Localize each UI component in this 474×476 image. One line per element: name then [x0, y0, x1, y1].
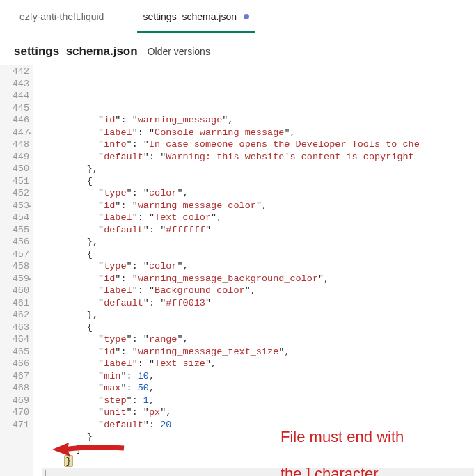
- tab-settings-schema[interactable]: settings_schema.json: [123, 0, 269, 33]
- line-number: 453: [3, 200, 29, 212]
- code-editor[interactable]: 4424434444454464474484494504514524534544…: [0, 65, 474, 476]
- code-line[interactable]: "default": "Warning: this website's cont…: [42, 151, 474, 164]
- line-number: 459: [3, 273, 29, 285]
- tab-bar: ezfy-anti-theft.liquid settings_schema.j…: [0, 0, 474, 33]
- line-number: 452: [3, 187, 29, 200]
- code-line[interactable]: "id": "warning_message",: [42, 114, 474, 127]
- code-line[interactable]: "id": "warning_message_background_color"…: [42, 273, 474, 285]
- line-number: 461: [3, 297, 29, 310]
- line-number: 460: [3, 285, 29, 297]
- code-line[interactable]: {: [42, 175, 474, 188]
- code-line[interactable]: "max": 50,: [42, 382, 474, 395]
- code-line[interactable]: "type": "color",: [42, 187, 474, 200]
- file-header: settings_schema.json Older versions: [0, 33, 474, 65]
- code-line[interactable]: "type": "range",: [42, 333, 474, 346]
- code-line[interactable]: "type": "color",: [42, 260, 474, 273]
- tab-ezfy-anti-theft[interactable]: ezfy-anti-theft.liquid: [0, 0, 123, 33]
- older-versions-link[interactable]: Older versions: [148, 46, 210, 57]
- filename: settings_schema.json: [14, 45, 138, 58]
- annotation-arrow-icon: [51, 417, 127, 476]
- line-number: 466: [3, 358, 29, 370]
- line-number: 454: [3, 212, 29, 224]
- line-number: 468: [3, 382, 29, 395]
- line-number: 469: [3, 395, 29, 407]
- code-line[interactable]: "label": "Text color",: [42, 212, 474, 224]
- code-line[interactable]: },: [42, 163, 474, 175]
- code-line[interactable]: "label": "Background color",: [42, 285, 474, 297]
- code-line[interactable]: {: [42, 322, 474, 334]
- line-number: 463: [3, 322, 29, 334]
- line-number: 471: [3, 419, 29, 431]
- line-number: 470: [3, 406, 29, 419]
- line-number: 450: [3, 163, 29, 175]
- code-line[interactable]: "min": 10,: [42, 370, 474, 383]
- line-number: 445: [3, 102, 29, 115]
- line-number: 442: [3, 65, 29, 78]
- line-number: 444: [3, 90, 29, 102]
- code-line[interactable]: "id": "warning_message_color",: [42, 200, 474, 212]
- line-number-gutter: 4424434444454464474484494504514524534544…: [0, 65, 33, 476]
- code-line[interactable]: "default": "#ff0013": [42, 297, 474, 310]
- annotation-text: File must end with the ] character: [281, 406, 404, 476]
- line-number: 446: [3, 114, 29, 127]
- line-number: 462: [3, 309, 29, 322]
- tab-label: ezfy-anti-theft.liquid: [19, 11, 104, 22]
- dirty-indicator-icon: [244, 14, 249, 19]
- line-number: 448: [3, 138, 29, 151]
- code-line[interactable]: "step": 1,: [42, 395, 474, 407]
- code-line[interactable]: {: [42, 248, 474, 261]
- code-line[interactable]: "default": "#ffffff": [42, 224, 474, 237]
- line-number: 467: [3, 370, 29, 383]
- code-area[interactable]: File must end with the ] character "id":…: [33, 65, 474, 476]
- line-number: 457: [3, 248, 29, 261]
- code-line[interactable]: },: [42, 236, 474, 248]
- code-line[interactable]: "info": "In case someone opens the Devel…: [42, 138, 474, 151]
- line-number: 455: [3, 224, 29, 237]
- code-line[interactable]: "id": "warning_message_text_size",: [42, 346, 474, 358]
- line-number: 449: [3, 151, 29, 164]
- code-line[interactable]: },: [42, 309, 474, 322]
- line-number: 447: [3, 127, 29, 139]
- line-number: 451: [3, 175, 29, 188]
- tab-label: settings_schema.json: [143, 11, 237, 22]
- line-number: 458: [3, 260, 29, 273]
- code-line[interactable]: "label": "Console warning message",: [42, 127, 474, 139]
- line-number: 456: [3, 236, 29, 248]
- line-number: 465: [3, 346, 29, 358]
- line-number: 443: [3, 78, 29, 90]
- line-number: 464: [3, 333, 29, 346]
- code-line[interactable]: "label": "Text size",: [42, 358, 474, 370]
